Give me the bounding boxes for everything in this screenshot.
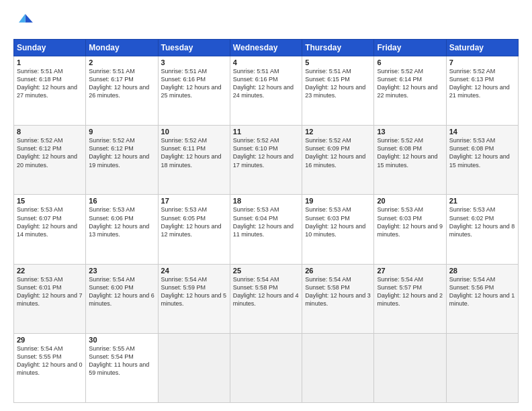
- day-number: 15: [17, 197, 83, 205]
- day-number: 20: [377, 197, 443, 205]
- day-header-monday: Monday: [86, 40, 158, 56]
- calendar-cell: 20 Sunrise: 5:53 AMSunset: 6:03 PMDaylig…: [374, 195, 446, 264]
- calendar-cell: [302, 333, 374, 402]
- calendar-cell: 30 Sunrise: 5:55 AMSunset: 5:54 PMDaylig…: [86, 333, 158, 402]
- calendar-cell: 16 Sunrise: 5:53 AMSunset: 6:06 PMDaylig…: [86, 195, 158, 264]
- calendar-cell: 10 Sunrise: 5:52 AMSunset: 6:11 PMDaylig…: [158, 126, 230, 195]
- calendar-cell: 9 Sunrise: 5:52 AMSunset: 6:12 PMDayligh…: [86, 126, 158, 195]
- calendar-cell: [230, 333, 302, 402]
- calendar-cell: 28 Sunrise: 5:54 AMSunset: 5:56 PMDaylig…: [446, 264, 518, 333]
- calendar-cell: 4 Sunrise: 5:51 AMSunset: 6:16 PMDayligh…: [230, 56, 302, 126]
- logo-icon: [13, 11, 35, 32]
- calendar-cell: 2 Sunrise: 5:51 AMSunset: 6:17 PMDayligh…: [86, 56, 158, 126]
- calendar-cell: 23 Sunrise: 5:54 AMSunset: 6:00 PMDaylig…: [86, 264, 158, 333]
- calendar-week-row: 8 Sunrise: 5:52 AMSunset: 6:12 PMDayligh…: [14, 126, 519, 195]
- calendar-cell: [158, 333, 230, 402]
- calendar-cell: 7 Sunrise: 5:52 AMSunset: 6:13 PMDayligh…: [446, 56, 518, 126]
- day-number: 2: [89, 58, 154, 66]
- calendar-week-row: 29 Sunrise: 5:54 AMSunset: 5:55 PMDaylig…: [14, 333, 519, 402]
- day-header-sunday: Sunday: [14, 40, 86, 56]
- day-info: Sunrise: 5:51 AMSunset: 6:15 PMDaylight:…: [305, 67, 371, 100]
- calendar-cell: 27 Sunrise: 5:54 AMSunset: 5:57 PMDaylig…: [374, 264, 446, 333]
- day-info: Sunrise: 5:53 AMSunset: 6:06 PMDaylight:…: [89, 205, 154, 238]
- calendar-header-row: SundayMondayTuesdayWednesdayThursdayFrid…: [14, 40, 519, 56]
- calendar-cell: 12 Sunrise: 5:52 AMSunset: 6:09 PMDaylig…: [302, 126, 374, 195]
- calendar-cell: 3 Sunrise: 5:51 AMSunset: 6:16 PMDayligh…: [158, 56, 230, 126]
- day-info: Sunrise: 5:52 AMSunset: 6:12 PMDaylight:…: [17, 136, 83, 169]
- day-number: 23: [89, 267, 154, 275]
- day-number: 17: [161, 197, 227, 205]
- day-number: 8: [17, 128, 83, 136]
- page: SundayMondayTuesdayWednesdayThursdayFrid…: [0, 0, 532, 411]
- day-number: 21: [449, 197, 515, 205]
- day-info: Sunrise: 5:54 AMSunset: 5:58 PMDaylight:…: [233, 275, 299, 308]
- day-number: 25: [233, 267, 299, 275]
- calendar-cell: 22 Sunrise: 5:53 AMSunset: 6:01 PMDaylig…: [14, 264, 86, 333]
- calendar-cell: 17 Sunrise: 5:53 AMSunset: 6:05 PMDaylig…: [158, 195, 230, 264]
- calendar-cell: 19 Sunrise: 5:53 AMSunset: 6:03 PMDaylig…: [302, 195, 374, 264]
- day-number: 9: [89, 128, 154, 136]
- day-info: Sunrise: 5:53 AMSunset: 6:03 PMDaylight:…: [305, 205, 371, 238]
- day-number: 16: [89, 197, 154, 205]
- day-info: Sunrise: 5:51 AMSunset: 6:16 PMDaylight:…: [161, 67, 227, 100]
- day-number: 26: [305, 267, 371, 275]
- calendar-cell: 8 Sunrise: 5:52 AMSunset: 6:12 PMDayligh…: [14, 126, 86, 195]
- day-info: Sunrise: 5:54 AMSunset: 5:57 PMDaylight:…: [377, 275, 443, 308]
- day-info: Sunrise: 5:52 AMSunset: 6:09 PMDaylight:…: [305, 136, 371, 169]
- day-number: 24: [161, 267, 227, 275]
- day-info: Sunrise: 5:55 AMSunset: 5:54 PMDaylight:…: [89, 345, 154, 377]
- calendar-cell: 24 Sunrise: 5:54 AMSunset: 5:59 PMDaylig…: [158, 264, 230, 333]
- day-number: 29: [17, 336, 83, 344]
- day-number: 4: [233, 58, 299, 66]
- calendar-cell: 14 Sunrise: 5:53 AMSunset: 6:08 PMDaylig…: [446, 126, 518, 195]
- day-info: Sunrise: 5:51 AMSunset: 6:17 PMDaylight:…: [89, 67, 154, 100]
- calendar-cell: 6 Sunrise: 5:52 AMSunset: 6:14 PMDayligh…: [374, 56, 446, 126]
- calendar-cell: 29 Sunrise: 5:54 AMSunset: 5:55 PMDaylig…: [14, 333, 86, 402]
- calendar-cell: [446, 333, 518, 402]
- calendar-cell: 1 Sunrise: 5:51 AMSunset: 6:18 PMDayligh…: [14, 56, 86, 126]
- day-info: Sunrise: 5:53 AMSunset: 6:08 PMDaylight:…: [449, 136, 515, 169]
- day-header-thursday: Thursday: [302, 40, 374, 56]
- day-info: Sunrise: 5:54 AMSunset: 5:56 PMDaylight:…: [449, 275, 515, 308]
- day-number: 14: [449, 128, 515, 136]
- day-info: Sunrise: 5:52 AMSunset: 6:08 PMDaylight:…: [377, 136, 443, 169]
- day-header-saturday: Saturday: [446, 40, 518, 56]
- day-number: 7: [449, 58, 515, 66]
- day-info: Sunrise: 5:53 AMSunset: 6:04 PMDaylight:…: [233, 205, 299, 238]
- day-info: Sunrise: 5:54 AMSunset: 5:55 PMDaylight:…: [17, 345, 83, 377]
- calendar-cell: 13 Sunrise: 5:52 AMSunset: 6:08 PMDaylig…: [374, 126, 446, 195]
- day-info: Sunrise: 5:52 AMSunset: 6:10 PMDaylight:…: [233, 136, 299, 169]
- day-info: Sunrise: 5:53 AMSunset: 6:07 PMDaylight:…: [17, 205, 83, 238]
- day-info: Sunrise: 5:53 AMSunset: 6:01 PMDaylight:…: [17, 275, 83, 308]
- calendar-cell: 15 Sunrise: 5:53 AMSunset: 6:07 PMDaylig…: [14, 195, 86, 264]
- calendar-cell: 5 Sunrise: 5:51 AMSunset: 6:15 PMDayligh…: [302, 56, 374, 126]
- day-header-wednesday: Wednesday: [230, 40, 302, 56]
- day-info: Sunrise: 5:51 AMSunset: 6:18 PMDaylight:…: [17, 67, 83, 100]
- day-number: 3: [161, 58, 227, 66]
- day-number: 22: [17, 267, 83, 275]
- header: [13, 11, 519, 32]
- calendar-cell: 26 Sunrise: 5:54 AMSunset: 5:58 PMDaylig…: [302, 264, 374, 333]
- day-info: Sunrise: 5:53 AMSunset: 6:05 PMDaylight:…: [161, 205, 227, 238]
- day-info: Sunrise: 5:51 AMSunset: 6:16 PMDaylight:…: [233, 67, 299, 100]
- day-info: Sunrise: 5:52 AMSunset: 6:11 PMDaylight:…: [161, 136, 227, 169]
- calendar-week-row: 22 Sunrise: 5:53 AMSunset: 6:01 PMDaylig…: [14, 264, 519, 333]
- calendar-cell: [374, 333, 446, 402]
- day-info: Sunrise: 5:54 AMSunset: 5:58 PMDaylight:…: [305, 275, 371, 308]
- calendar-cell: 11 Sunrise: 5:52 AMSunset: 6:10 PMDaylig…: [230, 126, 302, 195]
- day-info: Sunrise: 5:54 AMSunset: 5:59 PMDaylight:…: [161, 275, 227, 308]
- day-number: 12: [305, 128, 371, 136]
- calendar-cell: 18 Sunrise: 5:53 AMSunset: 6:04 PMDaylig…: [230, 195, 302, 264]
- day-info: Sunrise: 5:52 AMSunset: 6:13 PMDaylight:…: [449, 67, 515, 100]
- day-number: 5: [305, 58, 371, 66]
- day-header-tuesday: Tuesday: [158, 40, 230, 56]
- svg-marker-1: [19, 14, 26, 23]
- calendar-table: SundayMondayTuesdayWednesdayThursdayFrid…: [13, 39, 519, 403]
- calendar-cell: 25 Sunrise: 5:54 AMSunset: 5:58 PMDaylig…: [230, 264, 302, 333]
- day-number: 30: [89, 336, 154, 344]
- calendar-cell: 21 Sunrise: 5:53 AMSunset: 6:02 PMDaylig…: [446, 195, 518, 264]
- day-info: Sunrise: 5:52 AMSunset: 6:14 PMDaylight:…: [377, 67, 443, 100]
- day-info: Sunrise: 5:53 AMSunset: 6:03 PMDaylight:…: [377, 205, 443, 238]
- day-number: 18: [233, 197, 299, 205]
- day-number: 27: [377, 267, 443, 275]
